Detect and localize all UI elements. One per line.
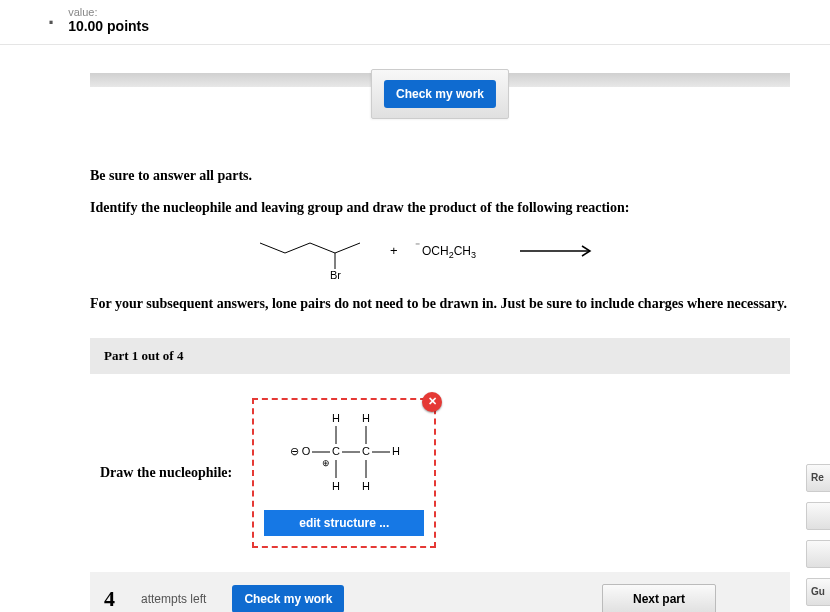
side-tab-re[interactable]: Re xyxy=(806,464,830,492)
draw-prompt: Draw the nucleophile: xyxy=(100,465,232,481)
side-tabs: Re Gu xyxy=(806,464,830,606)
svg-text:+: + xyxy=(390,243,398,258)
svg-line-0 xyxy=(260,243,285,253)
attempts-count: 4 xyxy=(104,586,115,612)
question-marker: . xyxy=(48,6,54,28)
drawing-row: Draw the nucleophile: ✕ H H ⊖ O C C H xyxy=(100,398,790,548)
check-my-work-button-bottom[interactable]: Check my work xyxy=(232,585,344,612)
value-block: value: 10.00 points xyxy=(68,6,149,34)
svg-text:H: H xyxy=(332,480,340,492)
svg-text:H: H xyxy=(392,445,400,457)
check-my-work-wrap: Check my work xyxy=(371,69,509,119)
instruction-line-2: Identify the nucleophile and leaving gro… xyxy=(90,199,790,217)
svg-text:O: O xyxy=(302,445,311,457)
edit-structure-button[interactable]: edit structure ... xyxy=(264,510,424,536)
svg-text:OCH2CH3: OCH2CH3 xyxy=(422,244,476,260)
side-tab-blank2[interactable] xyxy=(806,540,830,568)
side-tab-blank1[interactable] xyxy=(806,502,830,530)
content: Check my work Be sure to answer all part… xyxy=(90,73,790,612)
top-strip: . value: 10.00 points xyxy=(0,0,830,45)
svg-text:H: H xyxy=(332,412,340,424)
next-part-button[interactable]: Next part xyxy=(602,584,716,612)
svg-text:C: C xyxy=(332,445,340,457)
attempts-text: attempts left xyxy=(141,592,206,606)
part-header: Part 1 out of 4 xyxy=(90,338,790,374)
svg-text:H: H xyxy=(362,480,370,492)
side-tab-gu[interactable]: Gu xyxy=(806,578,830,606)
svg-text:⊕: ⊕ xyxy=(322,458,330,468)
svg-line-3 xyxy=(335,243,360,253)
value-label: value: xyxy=(68,6,149,18)
check-my-work-button-top[interactable]: Check my work xyxy=(384,80,496,108)
svg-line-1 xyxy=(285,243,310,253)
instructions: Be sure to answer all parts. Identify th… xyxy=(90,167,790,314)
value-points: 10.00 points xyxy=(68,18,149,34)
svg-text:C: C xyxy=(362,445,370,457)
svg-text:⁻: ⁻ xyxy=(415,240,420,251)
svg-text:Br: Br xyxy=(330,269,341,281)
instruction-line-1: Be sure to answer all parts. xyxy=(90,167,790,185)
close-icon[interactable]: ✕ xyxy=(422,392,442,412)
svg-line-2 xyxy=(310,243,335,253)
svg-text:H: H xyxy=(362,412,370,424)
reaction-scheme: Br + ⁻ OCH2CH3 xyxy=(90,231,790,281)
instruction-line-3: For your subsequent answers, lone pairs … xyxy=(90,295,790,313)
structure-editor-box[interactable]: ✕ H H ⊖ O C C H ⊕ xyxy=(252,398,436,548)
reaction-svg: Br + ⁻ OCH2CH3 xyxy=(230,231,650,281)
svg-text:⊖: ⊖ xyxy=(290,445,299,457)
footer-row: 4 attempts left Check my work Next part xyxy=(90,572,790,612)
drawn-structure: H H ⊖ O C C H ⊕ H H xyxy=(274,410,414,500)
